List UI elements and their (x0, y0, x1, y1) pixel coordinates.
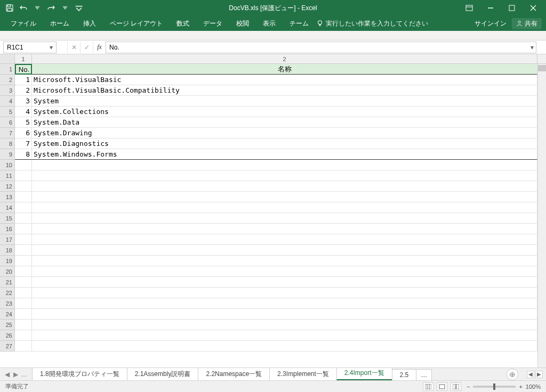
view-page-layout-button[interactable] (437, 382, 447, 391)
tab-file[interactable]: ファイル (4, 16, 43, 31)
sheet-nav-more[interactable]: … (20, 371, 28, 378)
cell[interactable]: 8 (15, 149, 32, 160)
cell[interactable] (15, 245, 32, 256)
cell[interactable] (32, 288, 537, 298)
view-page-break-button[interactable] (451, 382, 461, 391)
row-header[interactable]: 17 (0, 234, 15, 245)
cell[interactable] (15, 266, 32, 277)
zoom-out-button[interactable]: − (467, 383, 470, 390)
cell[interactable] (32, 202, 537, 213)
redo-icon[interactable] (45, 2, 58, 14)
cell[interactable]: 4 (15, 107, 32, 117)
row-header[interactable]: 21 (0, 277, 15, 288)
share-button[interactable]: 共有 (512, 18, 542, 29)
cell[interactable] (15, 192, 32, 202)
row-header[interactable]: 6 (0, 117, 15, 128)
cell[interactable] (32, 234, 537, 245)
sheet-tab-2-2[interactable]: 2.2Namespace一覧 (198, 368, 270, 380)
cell[interactable]: Microsoft.VisualBasic (32, 75, 537, 85)
cancel-formula-button[interactable]: ✕ (67, 42, 80, 53)
cell[interactable]: No. (15, 64, 32, 75)
cell[interactable] (15, 256, 32, 266)
cell[interactable] (32, 256, 537, 266)
cell[interactable]: System.Diagnostics (32, 138, 537, 149)
row-header[interactable]: 27 (0, 341, 15, 352)
tab-view[interactable]: 表示 (256, 16, 282, 31)
cell[interactable] (15, 160, 32, 170)
cell[interactable] (32, 170, 537, 181)
cell[interactable] (15, 202, 32, 213)
row-header[interactable]: 19 (0, 256, 15, 266)
sheet-tab-2-5[interactable]: 2.5 (392, 369, 417, 380)
formula-expand-icon[interactable]: ▾ (531, 44, 534, 51)
column-header-1[interactable]: 1 (15, 54, 32, 63)
select-all-corner[interactable] (0, 54, 15, 63)
signin-link[interactable]: サインイン (475, 19, 507, 28)
tab-page-layout[interactable]: ページ レイアウト (103, 16, 169, 31)
enter-formula-button[interactable]: ✓ (80, 42, 93, 53)
sheet-tab-2-4[interactable]: 2.4Import一覧 (336, 368, 392, 380)
cell[interactable] (32, 330, 537, 341)
row-header[interactable]: 8 (0, 138, 15, 149)
cell[interactable] (15, 234, 32, 245)
cell[interactable] (15, 341, 32, 352)
tell-me-search[interactable]: 実行したい作業を入力してください (316, 19, 428, 28)
row-header[interactable]: 7 (0, 128, 15, 138)
cell[interactable] (32, 309, 537, 320)
row-header[interactable]: 26 (0, 330, 15, 341)
cell[interactable]: System.Drawing (32, 128, 537, 138)
cell[interactable]: System.Collections (32, 107, 537, 117)
zoom-in-button[interactable]: + (519, 383, 522, 390)
undo-dropdown-icon[interactable] (31, 2, 44, 14)
row-header[interactable]: 1 (0, 64, 15, 75)
cell[interactable]: System.Data (32, 117, 537, 128)
zoom-level[interactable]: 100% (526, 383, 541, 390)
zoom-slider-track[interactable] (473, 386, 516, 388)
cell[interactable] (15, 277, 32, 288)
cell[interactable]: System (32, 96, 537, 107)
row-header[interactable]: 25 (0, 320, 15, 330)
cell[interactable] (15, 170, 32, 181)
hscroll-left-icon[interactable]: ◀ (527, 371, 534, 378)
undo-icon[interactable] (17, 2, 30, 14)
chevron-down-icon[interactable]: ▾ (50, 44, 53, 51)
tab-review[interactable]: 校閲 (230, 16, 255, 31)
sheet-tab-2-1[interactable]: 2.1Assembly説明書 (127, 368, 199, 380)
cell[interactable]: 2 (15, 85, 32, 96)
view-normal-button[interactable] (423, 382, 433, 391)
tab-formulas[interactable]: 数式 (170, 16, 196, 31)
row-header[interactable]: 18 (0, 245, 15, 256)
formula-input[interactable]: No. ▾ (106, 42, 536, 53)
cell[interactable] (15, 288, 32, 298)
sheet-tab-1-8[interactable]: 1.8開発環境プロパティ一覧 (32, 368, 127, 380)
row-header[interactable]: 22 (0, 288, 15, 298)
cell[interactable] (32, 277, 537, 288)
cell[interactable]: System.Windows.Forms (32, 149, 537, 160)
hscroll-right-icon[interactable]: ▶ (535, 371, 543, 378)
close-button[interactable] (524, 1, 543, 15)
add-sheet-button[interactable]: ⊕ (507, 369, 518, 380)
cell[interactable] (32, 192, 537, 202)
cell[interactable]: 6 (15, 128, 32, 138)
cell[interactable] (32, 160, 537, 170)
ribbon-display-icon[interactable] (460, 1, 479, 15)
cell[interactable]: 5 (15, 117, 32, 128)
cell[interactable]: 3 (15, 96, 32, 107)
column-header-2[interactable]: 2 (32, 54, 537, 63)
row-header[interactable]: 15 (0, 213, 15, 224)
cell[interactable] (32, 298, 537, 309)
row-header[interactable]: 24 (0, 309, 15, 320)
row-header[interactable]: 9 (0, 149, 15, 160)
cell[interactable] (32, 266, 537, 277)
cell[interactable] (15, 224, 32, 234)
cell[interactable] (32, 245, 537, 256)
redo-dropdown-icon[interactable] (59, 2, 71, 14)
row-header[interactable]: 10 (0, 160, 15, 170)
cell[interactable] (32, 224, 537, 234)
cell[interactable] (15, 320, 32, 330)
row-header[interactable]: 4 (0, 96, 15, 107)
tab-home[interactable]: ホーム (44, 16, 76, 31)
cell[interactable] (15, 330, 32, 341)
sheet-nav-prev[interactable]: ◀ (3, 371, 11, 378)
sheet-tab-overflow[interactable]: … (416, 369, 432, 380)
